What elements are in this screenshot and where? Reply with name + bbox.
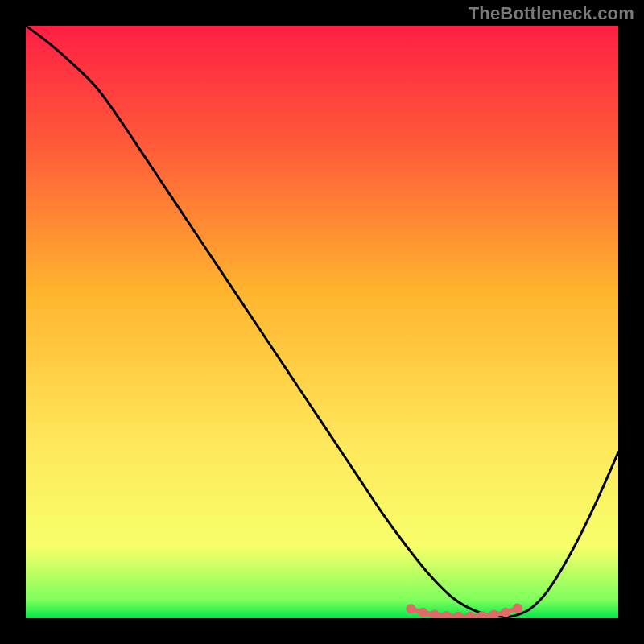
plot-area (26, 26, 618, 618)
bottleneck-zone-marker (501, 608, 510, 617)
bottleneck-zone-marker (513, 603, 522, 613)
bottleneck-zone-marker (406, 604, 415, 613)
bottleneck-zone-marker (418, 608, 427, 617)
chart-frame: TheBottleneck.com (0, 0, 644, 644)
watermark-label: TheBottleneck.com (469, 3, 634, 24)
chart-svg (26, 26, 618, 618)
gradient-background (26, 26, 618, 618)
